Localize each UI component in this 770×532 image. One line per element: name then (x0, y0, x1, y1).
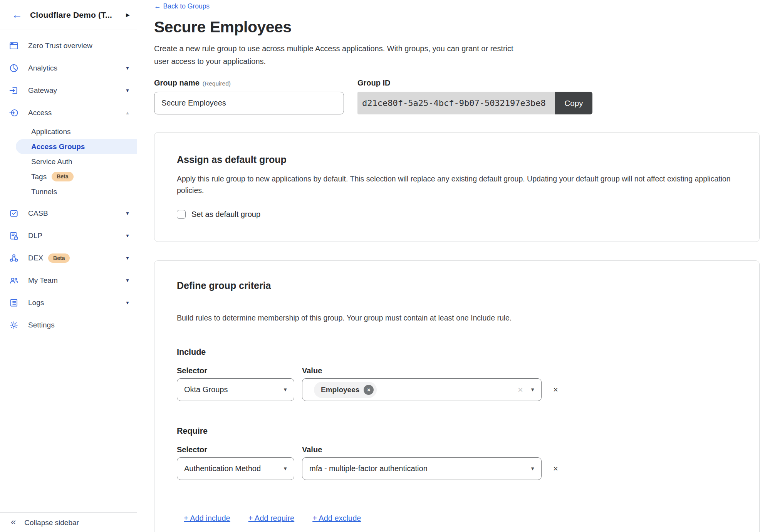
sidebar-item-label: Zero Trust overview (28, 42, 92, 50)
sidebar-item-gateway[interactable]: Gateway▼ (0, 79, 137, 102)
remove-chip-icon[interactable]: × (364, 385, 374, 395)
collapse-sidebar-button[interactable]: « Collapse sidebar (0, 512, 137, 532)
dlp-icon (9, 231, 19, 241)
sidebar-header: ← Cloudflare Demo (T... ▶ (0, 0, 137, 30)
copy-button[interactable]: Copy (555, 92, 592, 114)
define-group-criteria-card: Define group criteria Build rules to det… (154, 260, 760, 532)
require-value-dropdown[interactable]: mfa - multiple-factor authentication ▼ (302, 457, 542, 480)
group-name-label: Group name (154, 79, 200, 87)
sidebar-item-label: DEX (28, 254, 43, 262)
assign-default-group-card: Assign as default group Apply this rule … (154, 132, 760, 242)
back-arrow-icon[interactable]: ← (12, 10, 22, 20)
sidebar-item-label: Gateway (28, 86, 57, 95)
require-value-label: Value (302, 445, 322, 454)
back-to-groups-label: Back to Groups (163, 2, 210, 10)
set-default-group-label: Set as default group (191, 210, 260, 219)
collapse-sidebar-icon: « (11, 518, 16, 526)
access-icon (9, 108, 19, 118)
rule-actions: + Add include + Add require + Add exclud… (184, 514, 737, 523)
sidebar-item-tags[interactable]: TagsBeta (16, 169, 137, 184)
include-value-multiselect[interactable]: Employees × × ▼ (302, 378, 542, 401)
group-id-value: d21ce80f-5a25-4bcf-9b07-5032197e3be8 (357, 92, 555, 114)
sidebar-item-label: Analytics (28, 64, 57, 72)
expand-account-menu-icon[interactable]: ▶ (126, 12, 130, 18)
sidebar-item-label: Tags (31, 173, 47, 181)
chevron-down-icon: ▼ (125, 211, 130, 216)
settings-icon (9, 320, 19, 330)
sidebar-item-label: DLP (28, 232, 42, 240)
clear-values-icon[interactable]: × (518, 385, 523, 394)
zero-trust-overview-icon (9, 41, 19, 51)
sidebar-item-tunnels[interactable]: Tunnels (16, 184, 137, 199)
chevron-down-icon: ▼ (125, 256, 130, 260)
group-id-label: Group ID (357, 79, 391, 87)
page-title: Secure Employees (154, 18, 770, 36)
chevron-up-icon: ▲ (125, 111, 130, 115)
sidebar-item-settings[interactable]: Settings (0, 314, 137, 336)
chevron-down-icon: ▼ (125, 88, 130, 93)
remove-require-rule-icon[interactable]: × (553, 465, 558, 473)
require-section-label: Require (177, 426, 737, 436)
add-exclude-link[interactable]: + Add exclude (312, 514, 361, 523)
sidebar-item-service-auth[interactable]: Service Auth (16, 154, 137, 169)
sidebar-item-label: Service Auth (31, 158, 72, 166)
define-group-criteria-description: Build rules to determine membership of t… (177, 312, 737, 324)
sidebar-item-dex[interactable]: DEXBeta▼ (0, 247, 137, 269)
beta-badge: Beta (52, 172, 73, 181)
sidebar-item-applications[interactable]: Applications (16, 124, 137, 139)
set-default-group-checkbox[interactable] (177, 210, 186, 219)
sidebar: ← Cloudflare Demo (T... ▶ Zero Trust ove… (0, 0, 137, 532)
require-selector-label: Selector (177, 445, 294, 454)
remove-include-rule-icon[interactable]: × (553, 386, 558, 394)
sidebar-item-analytics[interactable]: Analytics▼ (0, 57, 137, 79)
sidebar-item-logs[interactable]: Logs▼ (0, 292, 137, 314)
sidebar-item-label: Access (28, 109, 52, 117)
collapse-sidebar-label: Collapse sidebar (24, 518, 79, 527)
sidebar-item-access-groups[interactable]: Access Groups (16, 139, 137, 154)
sidebar-item-access[interactable]: Access▲ (0, 102, 137, 124)
group-name-id-row: Group name (Required) Group ID d21ce80f-… (154, 79, 770, 114)
beta-badge: Beta (48, 253, 70, 263)
chevron-down-icon: ▼ (125, 66, 130, 70)
include-value-label: Value (302, 366, 322, 375)
require-selector-dropdown[interactable]: Authentication Method ▼ (177, 457, 294, 480)
sidebar-item-zero-trust-overview[interactable]: Zero Trust overview (0, 35, 137, 57)
include-rule-row: Okta Groups ▼ Employees × × ▼ × (177, 378, 737, 401)
add-require-link[interactable]: + Add require (248, 514, 295, 523)
include-selector-value: Okta Groups (184, 385, 228, 394)
sidebar-item-label: Access Groups (31, 143, 85, 151)
chevron-down-icon: ▼ (125, 278, 130, 283)
sidebar-item-label: Applications (31, 128, 70, 136)
required-label: (Required) (203, 80, 231, 87)
chevron-down-icon: ▼ (283, 387, 288, 393)
sidebar-item-my-team[interactable]: My Team▼ (0, 269, 137, 292)
value-chip: Employees × (314, 382, 377, 398)
set-default-group-row[interactable]: Set as default group (177, 210, 260, 219)
account-title: Cloudflare Demo (T... (30, 10, 112, 20)
sidebar-item-label: Settings (28, 321, 55, 329)
sidebar-item-label: CASB (28, 209, 48, 218)
back-arrow-small-icon: ← (154, 2, 161, 10)
include-section-label: Include (177, 347, 737, 357)
chevron-down-icon: ▼ (125, 233, 130, 238)
casb-icon (9, 208, 19, 218)
require-rule-row: Authentication Method ▼ mfa - multiple-f… (177, 457, 737, 480)
add-include-link[interactable]: + Add include (184, 514, 230, 523)
sidebar-item-dlp[interactable]: DLP▼ (0, 225, 137, 247)
include-selector-dropdown[interactable]: Okta Groups ▼ (177, 378, 294, 401)
my-team-icon (9, 275, 19, 285)
dex-icon (9, 253, 19, 263)
sidebar-item-casb[interactable]: CASB▼ (0, 202, 137, 225)
group-name-input[interactable] (154, 92, 344, 114)
chevron-down-icon: ▼ (530, 466, 535, 472)
require-value-text: mfa - multiple-factor authentication (309, 464, 428, 473)
assign-default-group-title: Assign as default group (177, 154, 737, 165)
back-to-groups-link[interactable]: ← Back to Groups (154, 2, 210, 10)
chevron-down-icon: ▼ (283, 466, 288, 472)
analytics-icon (9, 63, 19, 73)
logs-icon (9, 298, 19, 308)
value-chip-label: Employees (321, 386, 359, 394)
sidebar-item-label: Tunnels (31, 188, 57, 196)
sidebar-nav: Zero Trust overviewAnalytics▼Gateway▼Acc… (0, 30, 137, 336)
chevron-down-icon: ▼ (530, 387, 535, 393)
